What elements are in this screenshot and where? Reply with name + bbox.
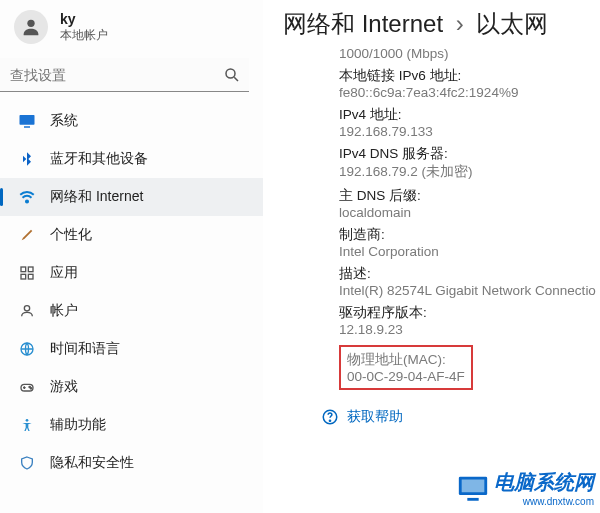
gaming-icon: [18, 378, 36, 396]
search-box[interactable]: [0, 58, 249, 92]
svg-point-15: [26, 419, 29, 422]
driver-value: 12.18.9.23: [339, 322, 600, 337]
user-name: ky: [60, 11, 108, 27]
sidebar-item-label: 个性化: [50, 226, 92, 244]
get-help-link[interactable]: 获取帮助: [321, 408, 600, 426]
breadcrumb: 网络和 Internet › 以太网: [283, 0, 600, 44]
description-label: 描述:: [339, 265, 600, 283]
dns-value: 192.168.79.2 (未加密): [339, 163, 600, 181]
sidebar-item-apps[interactable]: 应用: [0, 254, 263, 292]
user-account: 本地帐户: [60, 27, 108, 44]
manufacturer-label: 制造商:: [339, 226, 600, 244]
ipv4-label: IPv4 地址:: [339, 106, 600, 124]
sidebar-item-label: 网络和 Internet: [50, 188, 143, 206]
sidebar-item-label: 辅助功能: [50, 416, 106, 434]
sidebar-item-label: 蓝牙和其他设备: [50, 150, 148, 168]
dns-label: IPv4 DNS 服务器:: [339, 145, 600, 163]
wifi-icon: [18, 188, 36, 206]
globe-icon: [18, 340, 36, 358]
chevron-right-icon: ›: [456, 10, 464, 37]
help-icon: [321, 408, 339, 426]
svg-point-1: [226, 69, 235, 78]
accessibility-icon: [18, 416, 36, 434]
shield-icon: [18, 454, 36, 472]
search-input[interactable]: [0, 58, 249, 92]
bluetooth-icon: [18, 150, 36, 168]
manufacturer-value: Intel Corporation: [339, 244, 600, 259]
apps-icon: [18, 264, 36, 282]
svg-point-10: [24, 306, 29, 311]
avatar: [14, 10, 48, 44]
svg-point-5: [26, 200, 28, 202]
driver-label: 驱动程序版本:: [339, 304, 600, 322]
search-icon: [223, 66, 241, 84]
sidebar-item-gaming[interactable]: 游戏: [0, 368, 263, 406]
sidebar-item-label: 系统: [50, 112, 78, 130]
sidebar-item-time[interactable]: 时间和语言: [0, 330, 263, 368]
network-details: 1000/1000 (Mbps) 本地链接 IPv6 地址:fe80::6c9a…: [339, 46, 600, 390]
svg-rect-9: [28, 274, 33, 279]
watermark-url: www.dnxtw.com: [494, 496, 594, 507]
sidebar-item-system[interactable]: 系统: [0, 102, 263, 140]
account-icon: [18, 302, 36, 320]
user-block[interactable]: ky 本地帐户: [0, 0, 263, 54]
svg-rect-7: [28, 267, 33, 272]
svg-rect-4: [24, 126, 30, 128]
svg-line-2: [234, 77, 238, 81]
sidebar-item-label: 帐户: [50, 302, 78, 320]
speed-value: 1000/1000 (Mbps): [339, 46, 600, 61]
person-icon: [20, 16, 42, 38]
svg-rect-6: [21, 267, 26, 272]
sidebar-item-privacy[interactable]: 隐私和安全性: [0, 444, 263, 482]
watermark-title: 电脑系统网: [494, 469, 594, 496]
svg-rect-19: [462, 480, 485, 493]
display-icon: [18, 112, 36, 130]
description-value: Intel(R) 82574L Gigabit Network Connecti…: [339, 283, 600, 298]
sidebar-item-label: 游戏: [50, 378, 78, 396]
svg-rect-3: [20, 115, 35, 125]
breadcrumb-root[interactable]: 网络和 Internet: [283, 10, 443, 37]
watermark: 电脑系统网 www.dnxtw.com: [456, 469, 594, 507]
help-label: 获取帮助: [347, 408, 403, 426]
sidebar-item-label: 应用: [50, 264, 78, 282]
ipv6-label: 本地链接 IPv6 地址:: [339, 67, 600, 85]
sidebar-item-label: 时间和语言: [50, 340, 120, 358]
sidebar-nav: 系统 蓝牙和其他设备 网络和 Internet 个性化 应用 帐户 时间和语言 …: [0, 102, 263, 482]
mac-value: 00-0C-29-04-AF-4F: [347, 369, 465, 384]
suffix-value: localdomain: [339, 205, 600, 220]
sidebar-item-network[interactable]: 网络和 Internet: [0, 178, 263, 216]
sidebar-item-accounts[interactable]: 帐户: [0, 292, 263, 330]
brush-icon: [18, 226, 36, 244]
svg-point-17: [329, 420, 330, 421]
ipv6-value: fe80::6c9a:7ea3:4fc2:1924%9: [339, 85, 600, 100]
sidebar-item-label: 隐私和安全性: [50, 454, 134, 472]
sidebar-item-bluetooth[interactable]: 蓝牙和其他设备: [0, 140, 263, 178]
mac-label: 物理地址(MAC):: [347, 351, 465, 369]
sidebar-item-accessibility[interactable]: 辅助功能: [0, 406, 263, 444]
mac-highlight: 物理地址(MAC): 00-0C-29-04-AF-4F: [339, 345, 473, 390]
svg-rect-8: [21, 274, 26, 279]
svg-point-14: [30, 388, 31, 389]
watermark-logo-icon: [456, 471, 490, 505]
svg-point-0: [27, 20, 34, 27]
breadcrumb-leaf: 以太网: [476, 10, 548, 37]
sidebar-item-personalization[interactable]: 个性化: [0, 216, 263, 254]
suffix-label: 主 DNS 后缀:: [339, 187, 600, 205]
svg-rect-20: [467, 498, 478, 501]
ipv4-value: 192.168.79.133: [339, 124, 600, 139]
